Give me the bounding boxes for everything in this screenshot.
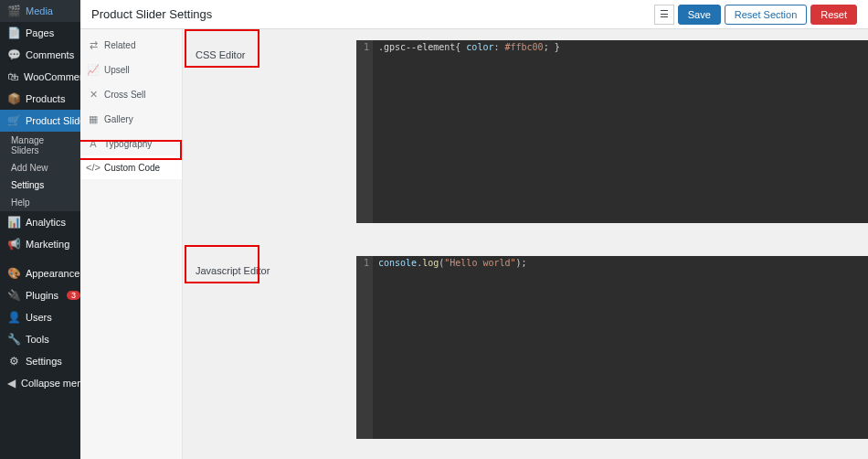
tab-related[interactable]: ⇄Related [80, 33, 182, 58]
tab-gallery[interactable]: ▦Gallery [80, 107, 182, 132]
sidebar-label: Appearance [26, 268, 79, 279]
sidebar-item-plugins[interactable]: 🔌Plugins3 [0, 284, 80, 306]
sidebar-label: Tools [26, 334, 49, 345]
sidebar-label: Products [26, 93, 65, 104]
save-button[interactable]: Save [678, 5, 721, 25]
cross-sell-icon: ✕ [88, 89, 99, 101]
tab-cross-sell[interactable]: ✕Cross Sell [80, 82, 182, 107]
js-code[interactable]: console.log("Hello world"); [373, 256, 868, 439]
page-title: Product Slider Settings [91, 7, 212, 21]
reset-section-button[interactable]: Reset Section [725, 5, 807, 25]
css-code[interactable]: .gpsc--element{ color: #ffbc00; } [373, 40, 868, 223]
update-badge: 3 [67, 291, 80, 300]
tab-upsell[interactable]: 📈Upsell [80, 58, 182, 82]
list-view-icon[interactable]: ☰ [654, 5, 674, 25]
upsell-icon: 📈 [88, 64, 99, 76]
media-icon: 🎬 [7, 5, 20, 17]
analytics-icon: 📊 [7, 216, 20, 229]
sidebar-label: Settings [26, 356, 62, 367]
sidebar-item-pages[interactable]: 📄Pages [0, 22, 80, 44]
css-editor-label: CSS Editor [196, 49, 245, 60]
sidebar-label: Pages [26, 27, 54, 38]
sidebar-label: Marketing [26, 239, 69, 250]
line-gutter: 1 [356, 40, 373, 223]
submenu-add-new[interactable]: Add New [0, 159, 80, 176]
settings-content: CSS Editor Javascript Editor 1 .gpsc--el… [183, 29, 868, 459]
gallery-icon: ▦ [88, 113, 99, 125]
page-icon: 📄 [7, 27, 20, 39]
products-icon: 📦 [7, 92, 20, 105]
typography-icon: A [88, 138, 99, 149]
sidebar-label: Media [26, 5, 53, 16]
settings-tabs: ⇄Related 📈Upsell ✕Cross Sell ▦Gallery AT… [80, 29, 183, 459]
submenu-help[interactable]: Help [0, 194, 80, 211]
sidebar-label: Comments [26, 49, 74, 60]
js-editor[interactable]: 1 console.log("Hello world"); [356, 256, 868, 439]
sidebar-item-tools[interactable]: 🔧Tools [0, 328, 80, 350]
tab-label: Related [104, 40, 135, 50]
shuffle-icon: ⇄ [88, 39, 99, 51]
submenu-settings[interactable]: Settings [0, 176, 80, 194]
tab-label: Upsell [104, 65, 130, 75]
sidebar-label: Analytics [26, 217, 66, 228]
gear-icon: ⚙ [7, 355, 20, 368]
tab-custom-code[interactable]: </>Custom Code [80, 155, 182, 179]
tab-label: Gallery [104, 114, 133, 124]
sidebar-item-settings[interactable]: ⚙Settings [0, 350, 80, 372]
sidebar-item-collapse[interactable]: ◀Collapse menu [0, 372, 80, 394]
tab-label: Cross Sell [104, 90, 146, 100]
js-editor-label: Javascript Editor [196, 265, 270, 276]
woocommerce-icon: 🛍 [7, 70, 18, 83]
sidebar-item-product-slider[interactable]: 🛒Product Slider [0, 110, 80, 132]
sidebar-item-users[interactable]: 👤Users [0, 306, 80, 328]
sidebar-label: Product Slider [26, 115, 80, 126]
sidebar-label: Users [26, 312, 52, 323]
tab-label: Custom Code [104, 163, 160, 173]
sidebar-submenu: Manage Sliders Add New Settings Help [0, 132, 80, 211]
cart-icon: 🛒 [7, 114, 20, 127]
submenu-manage-sliders[interactable]: Manage Sliders [0, 132, 80, 159]
code-icon: </> [88, 162, 99, 173]
line-gutter: 1 [356, 256, 373, 439]
wp-admin-sidebar: 🎬Media 📄Pages 💬Comments 🛍WooCommerce 📦Pr… [0, 0, 80, 459]
comment-icon: 💬 [7, 48, 20, 61]
tab-typography[interactable]: ATypography [80, 132, 182, 155]
appearance-icon: 🎨 [7, 267, 20, 280]
page-header: Product Slider Settings ☰ Save Reset Sec… [80, 0, 868, 29]
collapse-icon: ◀ [7, 377, 16, 390]
users-icon: 👤 [7, 311, 20, 324]
sidebar-item-comments[interactable]: 💬Comments [0, 44, 80, 66]
sidebar-item-marketing[interactable]: 📢Marketing [0, 233, 80, 255]
tools-icon: 🔧 [7, 333, 20, 346]
css-editor[interactable]: 1 .gpsc--element{ color: #ffbc00; } [356, 40, 868, 223]
sidebar-item-products[interactable]: 📦Products [0, 88, 80, 110]
plugin-icon: 🔌 [7, 289, 20, 302]
sidebar-item-analytics[interactable]: 📊Analytics [0, 211, 80, 233]
sidebar-item-woocommerce[interactable]: 🛍WooCommerce [0, 66, 80, 88]
sidebar-label: Collapse menu [21, 378, 80, 389]
marketing-icon: 📢 [7, 238, 20, 251]
sidebar-label: Plugins [26, 290, 58, 301]
sidebar-item-media[interactable]: 🎬Media [0, 0, 80, 22]
reset-button[interactable]: Reset [810, 5, 857, 25]
tab-label: Typography [104, 139, 152, 149]
sidebar-item-appearance[interactable]: 🎨Appearance [0, 262, 80, 284]
sidebar-label: WooCommerce [24, 71, 80, 82]
